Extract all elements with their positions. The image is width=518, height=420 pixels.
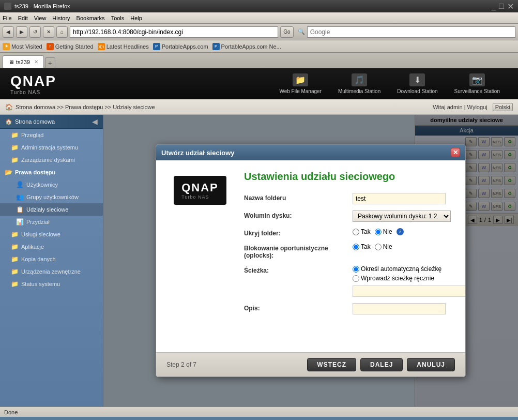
bookmark-portableapps2[interactable]: P PortableApps.com Ne...: [212, 43, 281, 50]
sidebar: 🏠 Strona domowa ◀ 📁 Przegląd 📁 Administr…: [0, 115, 103, 407]
nav-surveillance-station[interactable]: 📷 Surveillance Station: [447, 71, 508, 97]
modal-close-button[interactable]: ✕: [451, 148, 460, 157]
bookmark-most-visited[interactable]: ★ Most Visited: [3, 43, 42, 50]
sidebar-item-udzialy[interactable]: 📋 Udziały sieciowe: [0, 203, 103, 216]
address-bar[interactable]: [70, 26, 278, 38]
lang-select[interactable]: Polski: [493, 103, 513, 111]
back-button-modal[interactable]: WSTECZ: [307, 358, 356, 371]
sidebar-item-grupy[interactable]: 👥 Grupy użytkowników: [0, 191, 103, 203]
group-icon: 👥: [16, 193, 24, 201]
footer-buttons: WSTECZ DALEJ ANULUJ: [307, 358, 455, 371]
path-manual-radio[interactable]: [353, 275, 359, 282]
folder-icon-prawa: 📂: [4, 168, 12, 176]
home-button[interactable]: ⌂: [56, 26, 68, 38]
modal-body: QNAP Turbo NAS Ustawienia udziału siecio…: [156, 160, 465, 352]
menu-history[interactable]: History: [52, 15, 70, 21]
search-input[interactable]: [307, 26, 515, 38]
bookmark-star-icon: ★: [3, 43, 10, 50]
sidebar-item-urzadzenia[interactable]: 📁 Urządzenia zewnętrzne: [0, 265, 103, 278]
user-icon: 👤: [16, 181, 24, 189]
folder-icon-admin: 📁: [10, 143, 19, 152]
sidebar-item-status[interactable]: 📁 Status systemu: [0, 278, 103, 290]
hide-folder-tak-option[interactable]: Tak: [353, 228, 371, 235]
browser-status-text: Done: [4, 409, 18, 415]
window-close[interactable]: ✕: [507, 2, 514, 11]
oplocks-nie-option[interactable]: Nie: [375, 243, 392, 250]
tab-ts239[interactable]: 🖥 ts239 ✕: [3, 55, 44, 68]
download-station-icon: ⬇: [409, 73, 425, 86]
quota-icon: 📊: [16, 218, 24, 226]
app-area: QNAP Turbo NAS 📁 Web File Manager 🎵 Mult…: [0, 68, 518, 407]
volume-select[interactable]: Paskowy wolumin dysku: 1 2: [353, 211, 451, 222]
sidebar-item-administracja[interactable]: 📁 Administracja systemu: [0, 141, 103, 154]
qnap-logo: QNAP Turbo NAS: [10, 73, 56, 95]
cancel-button-modal[interactable]: ANULUJ: [407, 358, 455, 371]
back-button[interactable]: ◀: [3, 26, 14, 38]
nav-download-station[interactable]: ⬇ Download Station: [389, 71, 445, 97]
tab-bar: 🖥 ts239 ✕ +: [0, 53, 518, 68]
qnap-nav: 📁 Web File Manager 🎵 Multimedia Station …: [271, 71, 508, 97]
modal-titlebar: Utwórz udział sieciowy ✕: [156, 145, 465, 160]
desc-input[interactable]: [353, 303, 446, 314]
menu-tools[interactable]: Tools: [111, 15, 125, 21]
menu-bookmarks[interactable]: Bookmarks: [77, 15, 105, 21]
tab-favicon: 🖥: [8, 59, 14, 65]
stop-button[interactable]: ✕: [43, 26, 54, 38]
hide-folder-control: Tak Nie i: [353, 228, 466, 235]
sidebar-item-prawa[interactable]: 📂 Prawa dostępu: [0, 166, 103, 178]
menu-edit[interactable]: Edit: [18, 15, 28, 21]
hide-folder-nie-option[interactable]: Nie: [375, 228, 392, 235]
new-tab-button[interactable]: +: [45, 57, 55, 68]
bookmarks-bar: ★ Most Visited f Getting Started )))) La…: [0, 40, 518, 53]
browser-toolbar: ◀ ▶ ↺ ✕ ⌂ Go 🔍: [0, 24, 518, 40]
modal-footer: Step 2 of 7 WSTECZ DALEJ ANULUJ: [156, 352, 465, 377]
folder-icon-uslugi: 📁: [10, 230, 19, 238]
oplocks-tak-option[interactable]: Tak: [353, 243, 371, 250]
path-manual-option[interactable]: Wprowadź ścieżkę ręcznie: [353, 275, 434, 282]
path-auto-radio[interactable]: [353, 266, 359, 273]
sidebar-item-przydział[interactable]: 📊 Przydział: [0, 216, 103, 228]
oplocks-nie-radio[interactable]: [375, 244, 382, 250]
folder-icon-urzadzenia: 📁: [10, 267, 19, 276]
go-button[interactable]: Go: [280, 26, 293, 38]
modal-qnap-tagline: Turbo NAS: [181, 194, 219, 200]
sidebar-toggle[interactable]: ◀: [92, 117, 98, 126]
share-icon: 📋: [16, 205, 24, 214]
path-auto-option[interactable]: Określ automatyczną ścieżkę: [353, 265, 441, 273]
sidebar-header: 🏠 Strona domowa ◀: [0, 115, 103, 129]
oplocks-tak-radio[interactable]: [353, 244, 359, 250]
modal-title-text: Utwórz udział sieciowy: [161, 149, 235, 157]
nav-multimedia-station[interactable]: 🎵 Multimedia Station: [330, 71, 388, 97]
bookmark-getting-started[interactable]: f Getting Started: [47, 43, 94, 50]
bookmark-latest-headlines[interactable]: )))) Latest Headlines: [98, 43, 149, 50]
sidebar-item-kopia[interactable]: 📁 Kopia danych: [0, 253, 103, 265]
hide-folder-tak-radio[interactable]: [353, 229, 359, 235]
sidebar-item-dyski[interactable]: 📁 Zarządzanie dyskami: [0, 154, 103, 166]
menu-file[interactable]: File: [3, 15, 12, 21]
sidebar-item-uzytkownicy[interactable]: 👤 Użytkownicy: [0, 178, 103, 191]
step-text: Step 2 of 7: [166, 361, 196, 368]
path-text-input[interactable]: [353, 286, 466, 297]
bookmark-portableapps[interactable]: P PortableApps.com: [153, 43, 208, 50]
modal-logo-container: QNAP Turbo NAS: [174, 176, 226, 205]
sidebar-item-uslugi[interactable]: 📁 Usługi sieciowe: [0, 228, 103, 241]
info-icon-hide[interactable]: i: [397, 228, 404, 235]
path-radio-group: Określ automatyczną ścieżkę Wprowadź ści…: [353, 265, 466, 297]
folder-name-input[interactable]: [353, 193, 446, 204]
forward-button[interactable]: ▶: [16, 26, 27, 38]
next-button-modal[interactable]: DALEJ: [360, 358, 403, 371]
menu-help[interactable]: Help: [130, 15, 142, 21]
browser-title: ts239 - Mozilla Firefox: [14, 3, 70, 9]
window-maximize[interactable]: □: [499, 2, 504, 11]
sidebar-item-aplikacje[interactable]: 📁 Aplikacje: [0, 241, 103, 253]
nav-web-file-manager[interactable]: 📁 Web File Manager: [271, 71, 329, 97]
tab-close-icon[interactable]: ✕: [34, 59, 38, 65]
menu-view[interactable]: View: [34, 15, 47, 21]
folder-name-label: Nazwa folderu: [244, 193, 347, 202]
reload-button[interactable]: ↺: [29, 26, 41, 38]
sidebar-item-przeglad[interactable]: 📁 Przegląd: [0, 129, 103, 141]
browser-menu: File Edit View History Bookmarks Tools H…: [0, 12, 518, 24]
window-minimize[interactable]: _: [491, 2, 496, 11]
sidebar-title: Strona domowa: [15, 118, 55, 125]
hide-folder-nie-radio[interactable]: [375, 229, 382, 235]
